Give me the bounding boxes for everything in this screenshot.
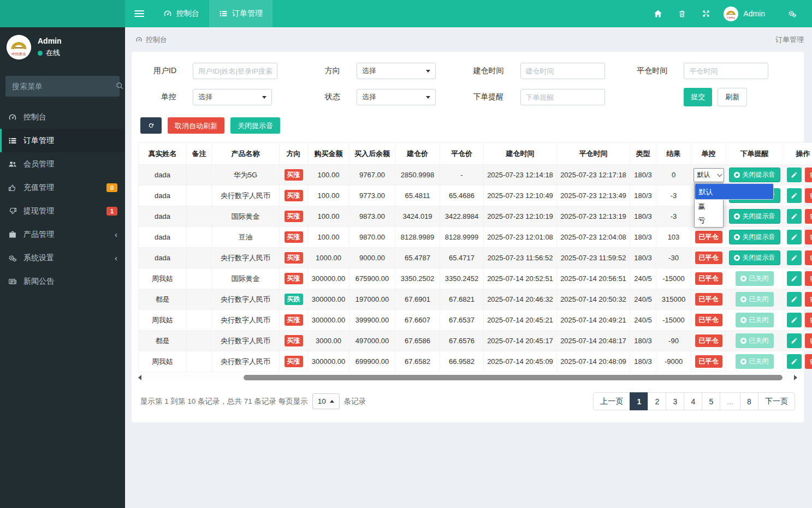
- user-id-input[interactable]: [193, 63, 277, 79]
- delete-button[interactable]: [805, 333, 812, 348]
- cell-type: 180/3: [630, 206, 656, 227]
- mute-remind-button[interactable]: 关闭提示音: [729, 230, 780, 244]
- edit-button[interactable]: [787, 250, 802, 265]
- user-menu[interactable]: 中国黄金 Admin: [724, 7, 765, 21]
- delete-button[interactable]: [805, 250, 812, 265]
- edit-button[interactable]: [787, 354, 802, 369]
- list-icon: [219, 9, 228, 18]
- breadcrumb-location[interactable]: 控制台: [135, 35, 167, 45]
- cell-type: 180/3: [630, 351, 656, 372]
- page-number-button[interactable]: 2: [648, 392, 666, 410]
- status-select[interactable]: 选择: [357, 89, 436, 105]
- dropdown-option[interactable]: 默认: [695, 183, 774, 200]
- edit-button[interactable]: [787, 313, 802, 327]
- nav-tab-console[interactable]: 控制台: [153, 0, 209, 27]
- chevron-down-icon: [426, 70, 430, 73]
- cell-real-name: 周我姑: [139, 268, 187, 289]
- mute-remind-button[interactable]: 关闭提示音: [729, 209, 780, 224]
- edit-button[interactable]: [787, 188, 802, 203]
- reload-button[interactable]: [140, 117, 162, 134]
- main-content: 控制台 订单管理 用户ID 方向 选择 建仓时间 平: [125, 27, 812, 508]
- column-header: 产品名称: [212, 143, 280, 165]
- close-time-input[interactable]: [684, 63, 768, 79]
- scroll-right-arrow-icon[interactable]: [794, 375, 797, 380]
- refresh-button[interactable]: 刷新: [718, 88, 747, 106]
- sidebar-item-deposits[interactable]: 充值管理 0: [0, 176, 125, 199]
- orders-header-row: 真实姓名备注产品名称方向购买金额买入后余额建仓价平仓价建仓时间平仓时间类型结果单…: [139, 143, 812, 165]
- scroll-left-arrow-icon[interactable]: [138, 375, 141, 380]
- nav-tab-orders[interactable]: 订单管理: [209, 0, 272, 27]
- home-icon[interactable]: [646, 9, 670, 18]
- delete-button[interactable]: [805, 168, 812, 182]
- mute-sound-button[interactable]: 关闭提示音: [230, 117, 280, 134]
- open-time-input[interactable]: [520, 63, 605, 79]
- row-control-select[interactable]: 默认: [694, 168, 724, 182]
- sidebar-item-news[interactable]: 新闻公告: [0, 270, 125, 293]
- sidebar-search-input[interactable]: [12, 82, 111, 91]
- cell-result: 315000: [656, 289, 691, 310]
- sidebar-search: [5, 76, 120, 97]
- delete-button[interactable]: [805, 209, 812, 224]
- cell-remind: 已关闭: [726, 331, 783, 351]
- delete-button[interactable]: [805, 354, 812, 369]
- direction-badge: 买涨: [285, 169, 303, 181]
- remind-input[interactable]: [520, 89, 605, 105]
- cell-balance-after: 9773.00: [349, 186, 395, 206]
- mute-remind-button[interactable]: 关闭提示音: [729, 250, 780, 265]
- cell-close-time: 2025-07-14 20:50:32: [557, 289, 630, 310]
- page-number-button[interactable]: 8: [740, 392, 758, 410]
- gears-icon[interactable]: [780, 9, 804, 18]
- cell-remind: 已关闭: [726, 351, 783, 372]
- column-header: 购买金额: [308, 143, 349, 165]
- orders-panel: 用户ID 方向 选择 建仓时间 平仓时间 单控 选择: [132, 52, 804, 422]
- cancel-auto-refresh-button[interactable]: 取消自动刷新: [168, 117, 224, 134]
- control-select[interactable]: 选择: [193, 89, 272, 105]
- sidebar-item-products[interactable]: 产品管理 ‹: [0, 223, 125, 246]
- sidebar-item-members[interactable]: 会员管理: [0, 152, 125, 176]
- column-header: 结果: [656, 143, 691, 165]
- dropdown-option[interactable]: 亏: [695, 213, 723, 227]
- circle-icon: [740, 317, 746, 323]
- page-number-button[interactable]: 1: [630, 392, 648, 410]
- column-header: 备注: [187, 143, 212, 165]
- page-next-button[interactable]: 下一页: [758, 392, 795, 410]
- cell-open-price: 8128.9989: [395, 227, 440, 248]
- dropdown-option[interactable]: 赢: [695, 200, 723, 213]
- page-number-button[interactable]: 4: [684, 392, 702, 410]
- page-number-button[interactable]: 5: [702, 392, 720, 410]
- circle-icon: [734, 234, 740, 240]
- scrollbar-thumb[interactable]: [244, 375, 783, 380]
- horizontal-scrollbar[interactable]: [138, 374, 797, 381]
- trash-icon[interactable]: [670, 9, 694, 18]
- sidebar-item-orders[interactable]: 订单管理: [0, 129, 125, 152]
- delete-button[interactable]: [805, 292, 812, 307]
- direction-select[interactable]: 选择: [357, 63, 436, 79]
- delete-button[interactable]: [805, 313, 812, 327]
- sidebar-item-console[interactable]: 控制台: [0, 105, 125, 129]
- edit-button[interactable]: [787, 333, 802, 348]
- sidebar-user-panel: 中国黄金 Admin 在线: [0, 27, 125, 68]
- page-title: 订单管理: [775, 35, 804, 45]
- delete-button[interactable]: [805, 188, 812, 203]
- fullscreen-icon[interactable]: [694, 9, 718, 18]
- page-size-select[interactable]: 10: [312, 393, 340, 409]
- scrollbar-track[interactable]: [143, 374, 792, 381]
- sidebar-item-withdrawals[interactable]: 提现管理 1: [0, 199, 125, 223]
- page-number-button[interactable]: 3: [666, 392, 684, 410]
- sidebar-item-settings[interactable]: 系统设置 ‹: [0, 246, 125, 270]
- page-prev-button[interactable]: 上一页: [593, 392, 630, 410]
- submit-button[interactable]: 提交: [684, 88, 712, 106]
- mute-remind-button[interactable]: 关闭提示音: [729, 168, 780, 182]
- delete-button[interactable]: [805, 271, 812, 286]
- filter-actions: 提交 刷新: [631, 88, 795, 106]
- cell-open-price: 67.6586: [395, 331, 440, 351]
- edit-button[interactable]: [787, 292, 802, 307]
- remind-closed-badge: 已关闭: [736, 354, 774, 369]
- edit-button[interactable]: [787, 209, 802, 224]
- edit-button[interactable]: [787, 168, 802, 182]
- delete-button[interactable]: [805, 230, 812, 244]
- edit-button[interactable]: [787, 271, 802, 286]
- cell-operations: [783, 227, 812, 248]
- sidebar-toggle-button[interactable]: [125, 0, 153, 27]
- edit-button[interactable]: [787, 230, 802, 244]
